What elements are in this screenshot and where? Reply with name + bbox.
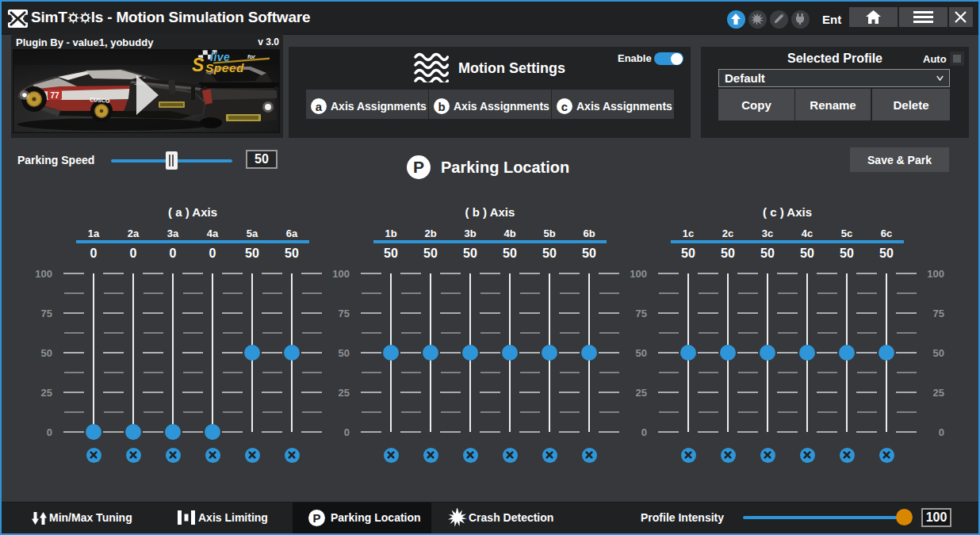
svg-text:S: S (192, 55, 205, 75)
svg-text:Speed: Speed (205, 61, 244, 75)
svg-text:77: 77 (50, 91, 59, 100)
